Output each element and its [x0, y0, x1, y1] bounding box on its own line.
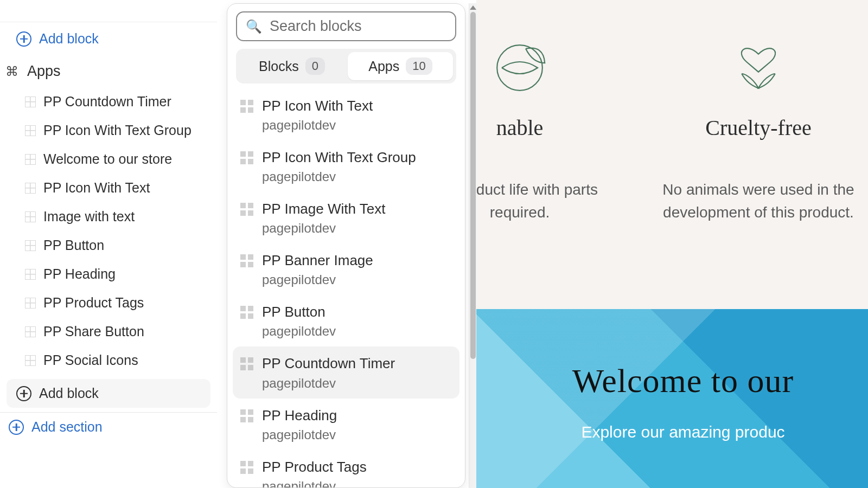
sidebar-block-item[interactable]: PP Product Tags: [0, 288, 217, 317]
result-subtitle: pagepilotdev: [262, 324, 336, 339]
app-block-icon: [240, 409, 253, 422]
sidebar: Add block ⌘ Apps PP Countdown TimerPP Ic…: [0, 0, 217, 488]
plus-circle-icon: [16, 31, 31, 47]
block-result-item[interactable]: PP Icon With Text Grouppagepilotdev: [233, 140, 459, 192]
block-icon: [25, 211, 36, 222]
feature-title: Cruelty-free: [650, 115, 867, 140]
search-icon: 🔍: [246, 19, 262, 34]
result-title: PP Product Tags: [262, 458, 367, 477]
add-section-button[interactable]: Add section: [0, 413, 217, 441]
block-icon: [25, 298, 36, 309]
result-subtitle: pagepilotdev: [262, 118, 373, 133]
plus-circle-icon: [9, 420, 24, 435]
result-subtitle: pagepilotdev: [262, 479, 367, 488]
result-subtitle: pagepilotdev: [262, 221, 385, 236]
result-title: PP Icon With Text Group: [262, 148, 416, 167]
block-picker-popover: 🔍 Blocks 0 Apps 10 PP Icon With Textpage…: [227, 3, 465, 488]
apps-header-label: Apps: [27, 63, 61, 80]
result-title: PP Button: [262, 303, 336, 322]
sidebar-block-item[interactable]: PP Heading: [0, 260, 217, 288]
sidebar-item-label: PP Social Icons: [43, 352, 138, 368]
tab-blocks[interactable]: Blocks 0: [239, 52, 344, 80]
result-subtitle: pagepilotdev: [262, 169, 416, 184]
search-input[interactable]: [270, 18, 453, 35]
sidebar-item-label: PP Button: [43, 237, 104, 253]
app-block-icon: [240, 306, 253, 319]
result-title: PP Image With Text: [262, 200, 385, 219]
app-block-icon: [240, 203, 253, 216]
block-icon: [25, 355, 36, 366]
sidebar-item-label: PP Icon With Text: [43, 180, 150, 196]
app-block-icon: [240, 151, 253, 164]
sidebar-block-item[interactable]: PP Social Icons: [0, 346, 217, 375]
add-section-label: Add section: [31, 419, 103, 435]
sidebar-item-label: PP Share Button: [43, 324, 144, 339]
result-title: PP Countdown Timer: [262, 354, 395, 373]
sidebar-block-item[interactable]: PP Icon With Text: [0, 174, 217, 202]
hands-heart-icon: [729, 38, 788, 98]
sidebar-block-item[interactable]: PP Countdown Timer: [0, 87, 217, 116]
preview-canvas: nable g product life with parts required…: [476, 0, 868, 488]
result-subtitle: pagepilotdev: [262, 376, 395, 391]
welcome-banner: Welcome to our Explore our amazing produ…: [476, 309, 868, 488]
result-subtitle: pagepilotdev: [262, 272, 373, 287]
sidebar-item-label: PP Product Tags: [43, 295, 144, 311]
feature-row: nable g product life with parts required…: [476, 38, 868, 224]
sidebar-block-item[interactable]: Welcome to our store: [0, 145, 217, 174]
app-block-icon: [240, 100, 253, 113]
app-block-icon: [240, 357, 253, 370]
feature-desc: No animals were used in the development …: [650, 178, 867, 224]
block-result-item[interactable]: PP Countdown Timerpagepilotdev: [233, 346, 459, 398]
block-icon: [25, 326, 36, 337]
sidebar-item-label: Image with text: [43, 209, 135, 224]
add-block-top-button[interactable]: Add block: [0, 24, 217, 53]
block-results-list: PP Icon With TextpagepilotdevPP Icon Wit…: [227, 89, 465, 488]
svg-point-0: [497, 45, 542, 91]
tab-apps[interactable]: Apps 10: [348, 52, 453, 80]
add-block-bottom-button[interactable]: Add block: [7, 379, 210, 408]
tab-apps-count: 10: [406, 57, 432, 75]
result-subtitle: pagepilotdev: [262, 427, 337, 442]
result-title: PP Icon With Text: [262, 97, 373, 115]
add-block-bottom-label: Add block: [39, 386, 99, 401]
search-blocks-field[interactable]: 🔍: [236, 11, 456, 41]
result-title: PP Heading: [262, 406, 337, 425]
block-result-item[interactable]: PP Banner Imagepagepilotdev: [233, 243, 459, 295]
block-icon: [25, 269, 36, 280]
divider: [0, 22, 217, 22]
sidebar-block-item[interactable]: Image with text: [0, 202, 217, 231]
app-block-icon: [240, 461, 253, 474]
apps-section-header[interactable]: ⌘ Apps: [0, 53, 217, 87]
scrollbar[interactable]: [469, 3, 476, 488]
block-result-item[interactable]: PP Product Tagspagepilotdev: [233, 450, 459, 488]
banner-subtext: Explore our amazing produc: [581, 423, 784, 441]
sidebar-item-label: PP Icon With Text Group: [43, 123, 192, 138]
feature-title: nable: [476, 115, 628, 140]
tab-apps-label: Apps: [368, 59, 399, 74]
block-icon: [25, 183, 36, 194]
sidebar-item-label: Welcome to our store: [43, 151, 172, 167]
block-result-item[interactable]: PP Image With Textpagepilotdev: [233, 192, 459, 243]
block-icon: [25, 97, 36, 107]
tab-switcher: Blocks 0 Apps 10: [236, 49, 456, 84]
tab-blocks-count: 0: [305, 57, 325, 75]
block-result-item[interactable]: PP Icon With Textpagepilotdev: [233, 89, 459, 140]
block-result-item[interactable]: PP Headingpagepilotdev: [233, 399, 459, 450]
globe-leaf-icon: [490, 38, 550, 98]
sidebar-block-item[interactable]: PP Button: [0, 231, 217, 260]
block-result-item[interactable]: PP Buttonpagepilotdev: [233, 295, 459, 346]
scroll-thumb[interactable]: [470, 12, 476, 359]
sidebar-item-label: PP Countdown Timer: [43, 94, 171, 110]
feature-desc: g product life with parts required.: [476, 178, 628, 224]
scroll-up-icon: [470, 5, 476, 10]
result-title: PP Banner Image: [262, 251, 373, 270]
plus-circle-icon: [16, 386, 31, 401]
feature-cruelty-free: Cruelty-free No animals were used in the…: [650, 38, 867, 224]
sidebar-block-item[interactable]: PP Share Button: [0, 317, 217, 346]
block-icon: [25, 125, 36, 136]
tab-blocks-label: Blocks: [259, 59, 299, 74]
sidebar-block-item[interactable]: PP Icon With Text Group: [0, 116, 217, 145]
block-icon: [25, 240, 36, 251]
app-block-icon: [240, 254, 253, 267]
banner-heading: Welcome to our: [572, 362, 794, 400]
